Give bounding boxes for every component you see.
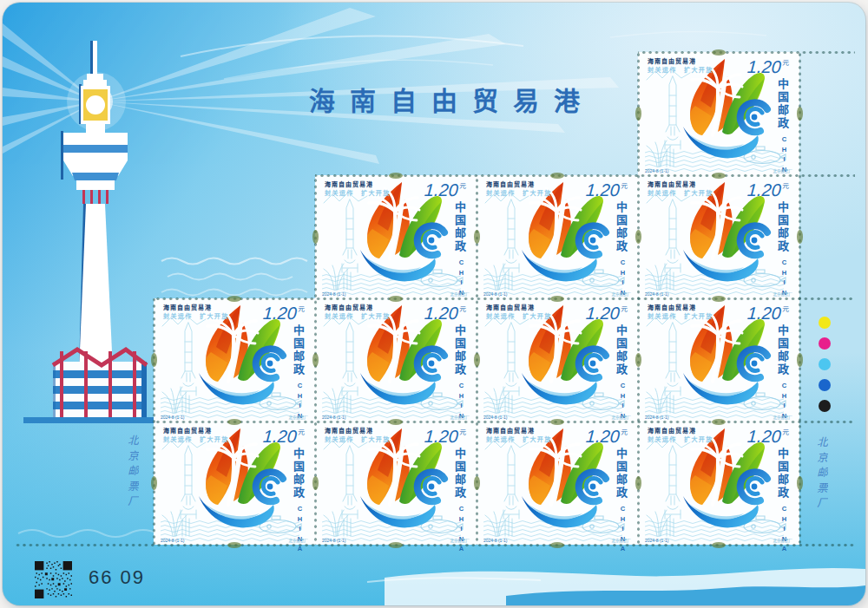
stamp-region-label: 海南自由贸易港 — [648, 56, 696, 65]
stamp-region-label: 海南自由贸易港 — [648, 426, 696, 435]
stamp-region-label: 海南自由贸易港 — [325, 303, 373, 311]
stamp-issue-number: 2024-8 (1-1) — [645, 538, 669, 543]
stamp: 海南自由贸易港 封关运作 扩大开放 1.20元 中国邮政 CHINA 2024-… — [638, 175, 799, 298]
stamp-denomination: 1.20元 — [424, 180, 467, 200]
stamp-slogan: 封关运作 扩大开放 — [648, 435, 713, 443]
stamp-region-label: 海南自由贸易港 — [163, 426, 212, 435]
stamp-post-name-cn: 中国邮政 — [290, 324, 306, 376]
stamp-slogan: 封关运作 扩大开放 — [486, 435, 552, 443]
denomination-unit: 元 — [459, 182, 467, 190]
stamp-issue-number: 2024-8 (1-1) — [322, 538, 346, 543]
stamp-post-name-cn: 中国邮政 — [451, 448, 468, 500]
stamp-slogan: 封关运作 扩大开放 — [486, 311, 552, 320]
stamp-slogan: 封关运作 扩大开放 — [325, 188, 391, 197]
stamp-slogan: 封关运作 扩大开放 — [163, 435, 229, 443]
stamp-issue-number: 2024-8 (1-1) — [483, 291, 508, 297]
stamp-post-name-cn: 中国邮政 — [774, 78, 791, 130]
stamp-post-name-cn: 中国邮政 — [290, 448, 306, 500]
stamp: 海南自由贸易港 封关运作 扩大开放 1.20元 中国邮政 CHINA 2024-… — [477, 175, 638, 298]
denomination-unit: 元 — [459, 305, 467, 313]
stamp-issue-number: 2024-8 (1-1) — [483, 415, 508, 420]
denomination-value: 1.20 — [746, 427, 781, 446]
stamp-region-label: 海南自由贸易港 — [648, 180, 696, 188]
rocket-icon — [665, 76, 681, 149]
rocket-icon — [181, 323, 196, 396]
stamp-issue-number: 2024-8 (1-1) — [161, 415, 185, 420]
denomination-unit: 元 — [782, 305, 790, 313]
stamp: 海南自由贸易港 封关运作 扩大开放 1.20元 中国邮政 CHINA 2024-… — [154, 422, 315, 545]
denomination-unit: 元 — [782, 59, 790, 67]
stamp-slogan: 封关运作 扩大开放 — [486, 188, 552, 197]
rocket-icon — [665, 446, 681, 519]
stamp-region-label: 海南自由贸易港 — [163, 303, 212, 311]
stamp-post-name-cn: 中国邮政 — [451, 324, 468, 376]
stamp: 海南自由贸易港 封关运作 扩大开放 1.20元 中国邮政 CHINA 2024-… — [638, 52, 799, 175]
denomination-value: 1.20 — [424, 304, 458, 323]
stamp-denomination: 1.20元 — [262, 304, 306, 324]
stamp-printer-micro: 北京邮票厂 — [773, 291, 793, 297]
color-dot — [819, 400, 831, 412]
denomination-value: 1.20 — [262, 304, 297, 323]
denomination-value: 1.20 — [585, 427, 620, 446]
stamp-post-name-cn: 中国邮政 — [613, 448, 629, 500]
stamp-region-label: 海南自由贸易港 — [486, 426, 535, 435]
stamp-printer-micro: 北京邮票厂 — [289, 538, 309, 543]
stamp-denomination: 1.20元 — [746, 57, 790, 77]
stamp-printer-micro: 北京邮票厂 — [289, 415, 309, 420]
rocket-icon — [342, 199, 358, 272]
sheet-title: 海南自由贸易港 — [309, 80, 595, 118]
denomination-unit: 元 — [621, 182, 628, 190]
stamp-slogan: 封关运作 扩大开放 — [648, 188, 713, 197]
stamp-post-name-en: CHINA — [296, 505, 304, 555]
stamp-printer-micro: 北京邮票厂 — [612, 291, 632, 297]
stamp: 海南自由贸易港 封关运作 扩大开放 1.20元 中国邮政 CHINA 2024-… — [315, 298, 477, 422]
printer-script-left: 北京邮票厂 — [124, 435, 141, 539]
stamp-denomination: 1.20元 — [585, 304, 628, 324]
color-dot — [819, 337, 831, 350]
stamp-printer-micro: 北京邮票厂 — [612, 415, 632, 420]
denomination-unit: 元 — [621, 428, 628, 436]
denomination-unit: 元 — [298, 428, 306, 436]
stamp-denomination: 1.20元 — [746, 304, 790, 324]
stamp-printer-micro: 北京邮票厂 — [450, 538, 470, 543]
rocket-icon — [342, 446, 358, 519]
stamp-region-label: 海南自由贸易港 — [325, 426, 373, 435]
stamp-region-label: 海南自由贸易港 — [648, 303, 696, 311]
stamp-denomination: 1.20元 — [424, 304, 467, 324]
denomination-value: 1.20 — [585, 180, 620, 199]
stamp-issue-number: 2024-8 (1-1) — [645, 291, 669, 297]
rocket-icon — [181, 446, 196, 519]
rocket-icon — [665, 323, 681, 396]
stamp: 海南自由贸易港 封关运作 扩大开放 1.20元 中国邮政 CHINA 2024-… — [638, 422, 799, 545]
stamp-denomination: 1.20元 — [585, 427, 628, 447]
denomination-value: 1.20 — [424, 180, 458, 199]
denomination-unit: 元 — [782, 428, 790, 436]
stamp-slogan: 封关运作 扩大开放 — [648, 65, 713, 74]
stamp-slogan: 封关运作 扩大开放 — [163, 311, 229, 320]
stamp-slogan: 封关运作 扩大开放 — [648, 311, 713, 320]
stamp-region-label: 海南自由贸易港 — [486, 303, 535, 311]
qr-code-icon — [35, 561, 72, 598]
denomination-value: 1.20 — [746, 180, 781, 199]
stamp-printer-micro: 北京邮票厂 — [773, 415, 793, 420]
denomination-unit: 元 — [459, 428, 467, 436]
printer-script-right: 北京邮票厂 — [813, 436, 830, 540]
stamp: 海南自由贸易港 封关运作 扩大开放 1.20元 中国邮政 CHINA 2024-… — [315, 422, 477, 545]
stamp-post-name-cn: 中国邮政 — [613, 201, 629, 253]
stamp-issue-number: 2024-8 (1-1) — [483, 538, 508, 543]
stamp-post-name-cn: 中国邮政 — [613, 324, 629, 376]
rocket-icon — [503, 446, 519, 519]
stamp-issue-number: 2024-8 (1-1) — [322, 291, 346, 297]
rocket-icon — [503, 323, 519, 396]
stamp-slogan: 封关运作 扩大开放 — [325, 435, 391, 443]
stamp-printer-micro: 北京邮票厂 — [612, 538, 632, 543]
rocket-icon — [503, 199, 519, 272]
sheet-code: 66 09 — [89, 566, 145, 589]
stamp-issue-number: 2024-8 (1-1) — [322, 415, 346, 420]
stamp: 海南自由贸易港 封关运作 扩大开放 1.20元 中国邮政 CHINA 2024-… — [638, 298, 799, 422]
color-dot — [819, 379, 831, 391]
stamp-denomination: 1.20元 — [746, 427, 790, 447]
color-dot — [819, 358, 831, 370]
stamp-post-name-en: CHINA — [457, 505, 465, 555]
color-dot — [819, 317, 831, 329]
